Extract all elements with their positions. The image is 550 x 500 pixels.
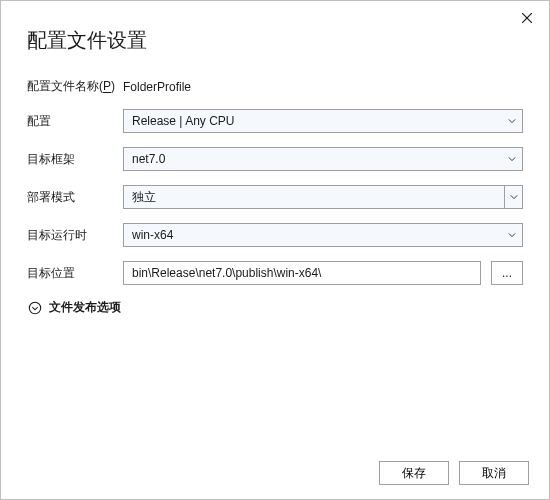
close-icon [522, 12, 532, 26]
cancel-button[interactable]: 取消 [459, 461, 529, 485]
target-runtime-value: win-x64 [132, 228, 173, 242]
target-framework-row: 目标框架 net7.0 [27, 147, 523, 171]
close-button[interactable] [515, 7, 539, 31]
file-publish-options-label: 文件发布选项 [49, 299, 121, 316]
profile-name-label: 配置文件名称(P) [27, 78, 123, 95]
target-runtime-label: 目标运行时 [27, 227, 123, 244]
chevron-down-icon [504, 186, 522, 208]
target-location-row: 目标位置 ... [27, 261, 523, 285]
configuration-row: 配置 Release | Any CPU [27, 109, 523, 133]
dialog-footer: 保存 取消 [379, 461, 529, 485]
chevron-circle-down-icon [27, 300, 43, 316]
deployment-mode-label: 部署模式 [27, 189, 123, 206]
configuration-select[interactable]: Release | Any CPU [123, 109, 523, 133]
target-framework-value: net7.0 [132, 152, 165, 166]
file-publish-options-expander[interactable]: 文件发布选项 [27, 299, 523, 316]
target-framework-select[interactable]: net7.0 [123, 147, 523, 171]
configuration-label: 配置 [27, 113, 123, 130]
profile-name-row: 配置文件名称(P) FolderProfile [27, 78, 523, 95]
target-location-label: 目标位置 [27, 265, 123, 282]
browse-button[interactable]: ... [491, 261, 523, 285]
deployment-mode-select[interactable]: 独立 [123, 185, 523, 209]
profile-name-value: FolderProfile [123, 80, 191, 94]
configuration-value: Release | Any CPU [132, 114, 235, 128]
target-framework-label: 目标框架 [27, 151, 123, 168]
target-runtime-row: 目标运行时 win-x64 [27, 223, 523, 247]
target-runtime-select[interactable]: win-x64 [123, 223, 523, 247]
save-button[interactable]: 保存 [379, 461, 449, 485]
deployment-mode-row: 部署模式 独立 [27, 185, 523, 209]
svg-point-2 [29, 302, 40, 313]
dialog-title: 配置文件设置 [27, 27, 523, 54]
deployment-mode-value: 独立 [132, 189, 156, 206]
chevron-down-icon [508, 155, 516, 163]
chevron-down-icon [508, 231, 516, 239]
target-location-input[interactable] [123, 261, 481, 285]
ellipsis-icon: ... [502, 266, 512, 280]
chevron-down-icon [508, 117, 516, 125]
